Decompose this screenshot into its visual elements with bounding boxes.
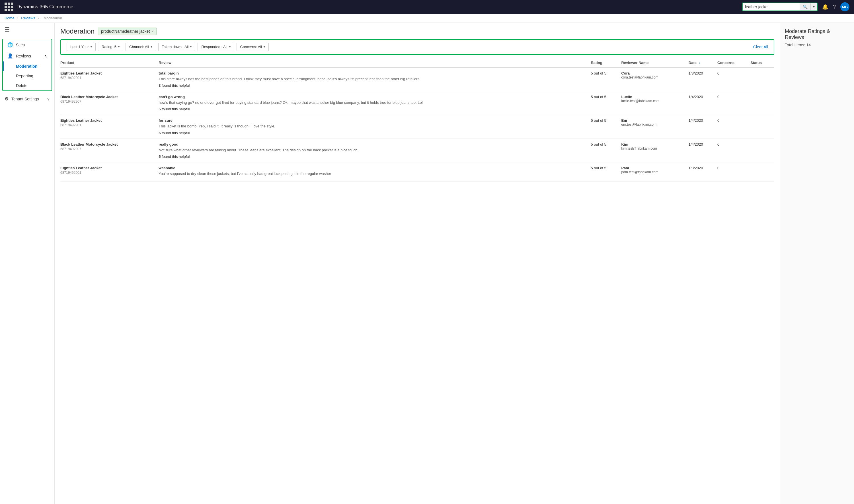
product-id: 68719492907: [60, 100, 155, 104]
sidebar-group-reviews[interactable]: 👤 Reviews ∧: [3, 50, 52, 61]
sidebar-outlined-box: 🌐 Sites 👤 Reviews ∧ Moderation Reporting: [2, 39, 52, 91]
col-date[interactable]: Date ↓: [689, 58, 717, 67]
sidebar-item-reporting[interactable]: Reporting: [3, 71, 52, 81]
reviewer-email: lucile.test@fabrikam.com: [621, 99, 685, 103]
rating-cell: 5 out of 5: [591, 91, 621, 115]
filter-concerns[interactable]: Concerns: All ▾: [237, 43, 269, 51]
col-review: Review: [159, 58, 591, 67]
search-button[interactable]: 🔍: [800, 3, 811, 11]
reviewer-email: kim.test@fabrikam.com: [621, 146, 685, 150]
sidebar-item-delete[interactable]: Delete: [3, 81, 52, 90]
person-icon: 👤: [7, 53, 13, 59]
globe-icon: 🌐: [7, 42, 13, 48]
sidebar-group-tenant-label: Tenant Settings: [12, 97, 39, 101]
filter-responded[interactable]: Responded : All ▾: [197, 43, 234, 51]
col-concerns: Concerns: [717, 58, 750, 67]
filter-channel-chevron: ▾: [151, 45, 152, 48]
filter-date-chevron: ▾: [90, 45, 92, 48]
status-cell: [750, 67, 774, 91]
product-id: 68719492907: [60, 147, 155, 151]
notification-icon[interactable]: 🔔: [822, 4, 829, 10]
review-title: for sure: [159, 118, 587, 123]
product-name: Eighties Leather Jacket: [60, 166, 155, 170]
right-panel-title: Moderate Ratings & Reviews: [785, 29, 850, 40]
breadcrumb: Home › Reviews › Moderation: [0, 14, 854, 23]
concerns-cell: 0: [717, 162, 750, 181]
rating-cell: 5 out of 5: [591, 67, 621, 91]
status-cell: [750, 139, 774, 162]
filter-concerns-chevron: ▾: [264, 45, 265, 48]
content-area: Moderation productName:leather jacket × …: [55, 23, 854, 504]
date-cell: 1/4/2020: [689, 91, 717, 115]
review-title: total bargin: [159, 71, 587, 75]
sidebar-group-tenant[interactable]: ⚙ Tenant Settings ∨: [0, 93, 54, 104]
review-text: how's that saying go? no one ever got fi…: [159, 100, 587, 105]
rating-cell: 5 out of 5: [591, 115, 621, 139]
main-layout: ☰ 🌐 Sites 👤 Reviews ∧ Moderation Reporti…: [0, 23, 854, 504]
review-text: This jacket is the bomb. Yep, I said it.…: [159, 124, 587, 129]
sidebar-item-sites[interactable]: 🌐 Sites: [3, 39, 52, 50]
filter-date[interactable]: Last 1 Year ▾: [67, 43, 95, 51]
date-cell: 1/4/2020: [689, 115, 717, 139]
product-name: Black Leather Motorcycle Jacket: [60, 142, 155, 146]
sidebar-item-moderation[interactable]: Moderation: [3, 61, 52, 71]
table-row[interactable]: Black Leather Motorcycle Jacket 68719492…: [60, 91, 774, 115]
table-row[interactable]: Eighties Leather Jacket 68719492901 for …: [60, 115, 774, 139]
sidebar-toggle[interactable]: ☰: [0, 23, 54, 36]
col-reviewer: Reviewer Name: [621, 58, 688, 67]
date-cell: 1/3/2020: [689, 162, 717, 181]
review-title: can't go wrong: [159, 95, 587, 99]
page-title-row: Moderation productName:leather jacket ×: [60, 27, 774, 35]
concerns-cell: 0: [717, 67, 750, 91]
product-name: Eighties Leather Jacket: [60, 118, 155, 123]
product-tag-close[interactable]: ×: [152, 29, 154, 33]
main-content: Moderation productName:leather jacket × …: [55, 23, 780, 504]
filter-rating[interactable]: Rating: 5 ▾: [98, 43, 123, 51]
table-row[interactable]: Eighties Leather Jacket 68719492901 wash…: [60, 162, 774, 181]
helpful-text: 3 found this helpful: [159, 83, 587, 88]
reviewer-name: Kim: [621, 142, 685, 146]
app-grid-icon[interactable]: [4, 3, 13, 11]
page-title: Moderation: [60, 27, 94, 35]
concerns-cell: 0: [717, 115, 750, 139]
reviews-chevron-icon: ∧: [44, 54, 47, 58]
helpful-text: 5 found this helpful: [159, 107, 587, 111]
review-text: You're supposed to dry clean these jacke…: [159, 171, 587, 176]
filter-takendown[interactable]: Taken down : All ▾: [158, 43, 195, 51]
reviewer-name: Cora: [621, 71, 685, 75]
product-id: 68719492901: [60, 170, 155, 175]
rating-cell: 5 out of 5: [591, 139, 621, 162]
breadcrumb-home[interactable]: Home: [4, 16, 15, 20]
product-tag-label: productName:leather jacket: [101, 29, 150, 34]
table-row[interactable]: Black Leather Motorcycle Jacket 68719492…: [60, 139, 774, 162]
breadcrumb-current: Moderation: [43, 16, 62, 20]
filter-channel[interactable]: Channel: All ▾: [125, 43, 156, 51]
review-text: This store always has the best prices on…: [159, 76, 587, 82]
date-sort-icon: ↓: [699, 61, 700, 65]
filter-responded-chevron: ▾: [229, 45, 231, 48]
clear-all-button[interactable]: Clear All: [753, 44, 768, 49]
topbar-right: 🔍 ▾ 🔔 ? MG: [742, 2, 850, 11]
review-title: washable: [159, 166, 587, 170]
helpful-text: 5 found this helpful: [159, 155, 587, 159]
table-row[interactable]: Eighties Leather Jacket 68719492901 tota…: [60, 67, 774, 91]
date-cell: 1/4/2020: [689, 139, 717, 162]
sidebar-group-reviews-label: Reviews: [16, 54, 31, 58]
reviews-table: Product Review Rating Reviewer Name Date…: [60, 58, 774, 182]
date-cell: 1/8/2020: [689, 67, 717, 91]
col-status: Status: [750, 58, 774, 67]
sidebar-reviews-children: Moderation Reporting Delete: [3, 61, 52, 90]
rating-cell: 5 out of 5: [591, 162, 621, 181]
status-cell: [750, 115, 774, 139]
search-dropdown-button[interactable]: ▾: [811, 3, 817, 10]
breadcrumb-reviews[interactable]: Reviews: [21, 16, 35, 20]
helpful-text: 6 found this helpful: [159, 131, 587, 135]
reviewer-name: Pam: [621, 166, 685, 170]
reviewer-email: pam.test@fabrikam.com: [621, 170, 685, 174]
page-header: Moderation productName:leather jacket ×: [55, 23, 780, 39]
help-icon[interactable]: ?: [833, 4, 836, 10]
col-product: Product: [60, 58, 159, 67]
review-text: Not sure what other reviewers are talkin…: [159, 148, 587, 153]
avatar[interactable]: MG: [840, 2, 850, 11]
search-input[interactable]: [743, 3, 800, 10]
